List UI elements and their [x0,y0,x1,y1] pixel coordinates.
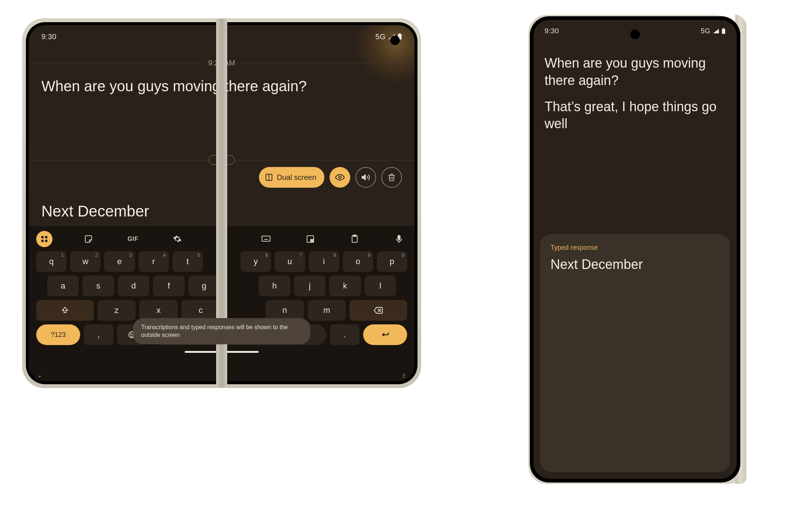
key-z[interactable]: z [98,300,136,321]
float-keyboard-button[interactable] [302,231,318,247]
key-o[interactable]: o9 [343,251,373,272]
typed-response-card: Typed response Next December [540,234,730,472]
cover-screen: 9:30 5G When are you guys moving there a… [533,20,737,479]
float-icon [306,235,315,243]
svg-rect-8 [41,240,44,242]
status-time: 9:30 [545,27,559,35]
keyboard-icon [261,235,271,243]
mic-button[interactable] [391,231,407,247]
svg-rect-15 [353,235,356,236]
dual-screen-label: Dual screen [277,173,316,182]
key-k[interactable]: k [329,276,361,296]
numeric-key[interactable]: ?123 [36,324,80,345]
dual-screen-button[interactable]: Dual screen [259,167,324,188]
delete-button[interactable] [381,167,402,188]
cover-transcript: When are you guys moving there again? Th… [545,55,726,133]
toolbar: Dual screen [259,167,402,188]
transcript-line-2: That’s great, I hope things go well [545,98,726,133]
svg-rect-11 [262,236,270,241]
keyboard-resize-icon[interactable]: ⠿ [402,373,406,379]
keyboard-menu-button[interactable] [36,231,52,247]
eye-icon [335,173,345,182]
enter-icon [380,331,390,338]
keyboard-mode-button[interactable] [258,231,274,247]
dual-screen-icon [265,173,273,181]
svg-point-21 [130,334,131,334]
signal-icon [713,28,719,34]
shift-key[interactable] [36,300,94,321]
visibility-button[interactable] [330,167,350,188]
key-q[interactable]: q1 [36,251,66,272]
key-t[interactable]: t5 [173,251,203,272]
svg-rect-6 [41,236,44,238]
camera-hole [390,35,400,45]
key-u[interactable]: u7 [274,251,305,272]
key-x[interactable]: x [139,300,178,321]
key-f[interactable]: f [153,276,184,296]
key-s[interactable]: s [82,276,114,296]
key-r[interactable]: r4 [139,251,169,272]
key-e[interactable]: e3 [104,251,134,272]
speaker-icon [361,173,370,182]
status-network: 5G [375,33,386,41]
trash-icon [388,173,396,181]
grid-icon [40,235,48,243]
typed-response-body: Next December [550,257,720,272]
shift-icon [61,306,69,314]
status-network: 5G [701,27,710,35]
key-g[interactable]: g [188,276,220,296]
backspace-icon [374,307,383,314]
key-n[interactable]: n [266,300,304,321]
transcript-line-1: When are you guys moving there again? [545,55,726,89]
clipboard-icon [351,235,359,243]
svg-rect-7 [45,236,47,238]
gear-icon [173,235,182,243]
svg-rect-1 [399,33,400,34]
key-h[interactable]: h [259,276,290,296]
key-i[interactable]: i8 [309,251,339,272]
key-j[interactable]: j [294,276,325,296]
battery-icon [722,28,726,34]
foldable-device-inner: 9:30 5G 9:29 AM When are you guys moving… [22,18,421,388]
status-cluster: 5G [701,27,726,35]
sticker-icon [84,235,93,243]
toast-message: Transcriptions and typed responses will … [133,318,310,344]
svg-rect-24 [723,28,724,29]
svg-rect-23 [722,29,725,34]
key-w[interactable]: w2 [70,251,100,272]
settings-button[interactable] [169,231,185,247]
svg-rect-13 [311,239,313,242]
sticker-button[interactable] [81,231,97,247]
status-time: 9:30 [41,33,57,41]
speaker-button[interactable] [355,167,376,188]
key-c[interactable]: c [181,300,220,321]
period-key[interactable]: . [330,324,359,345]
comma-key[interactable]: , [84,324,113,345]
gif-button[interactable]: GIF [125,231,141,247]
camera-hole [630,30,640,39]
svg-point-4 [339,176,341,179]
svg-marker-5 [362,175,365,180]
enter-key[interactable] [363,324,407,345]
key-d[interactable]: d [118,276,149,296]
foldable-device-cover: 9:30 5G When are you guys moving there a… [528,15,746,484]
svg-rect-9 [45,240,47,242]
key-m[interactable]: m [308,300,346,321]
svg-rect-16 [398,235,400,240]
backspace-key[interactable] [349,300,407,321]
keyboard-collapse-icon[interactable]: ⌄ [37,371,42,379]
key-l[interactable]: l [365,276,396,296]
mic-icon [396,235,402,243]
key-y[interactable]: y6 [241,251,271,272]
key-p[interactable]: p0 [377,251,407,272]
clipboard-button[interactable] [347,231,363,247]
cover-spine [735,15,746,484]
key-a[interactable]: a [47,276,79,296]
typed-response-label: Typed response [550,244,720,252]
